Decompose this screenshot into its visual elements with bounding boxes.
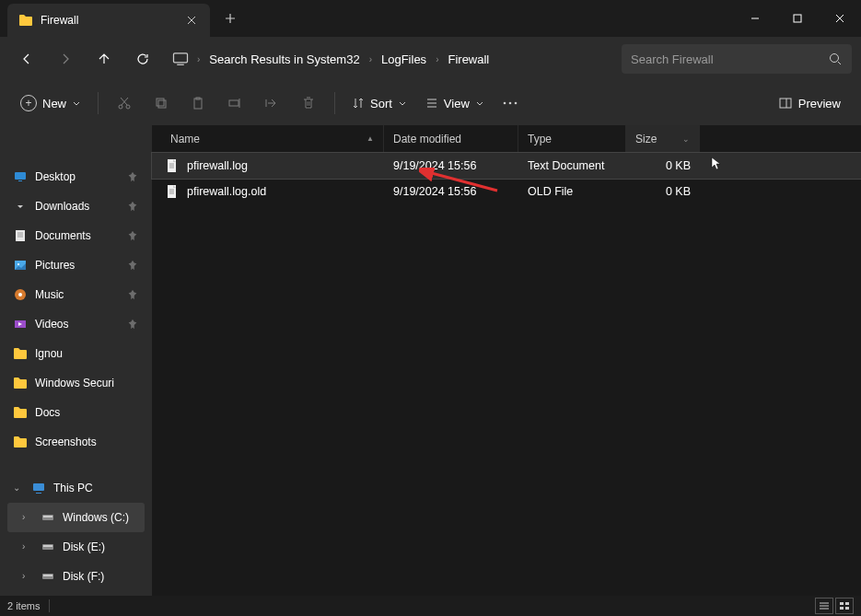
preview-button[interactable]: Preview: [771, 88, 848, 118]
view-button[interactable]: View: [418, 88, 492, 118]
svg-point-12: [515, 102, 518, 105]
chevron-right-icon: ›: [369, 54, 372, 64]
sidebar-item-music[interactable]: Music: [7, 280, 145, 309]
sidebar-item-docs[interactable]: Docs: [7, 398, 145, 427]
download-icon: [13, 199, 28, 214]
file-icon: [165, 158, 180, 173]
chevron-down-icon: [72, 99, 81, 108]
sidebar-item-drive[interactable]: ›Windows (C:): [7, 503, 145, 532]
folder-icon: [13, 376, 28, 390]
breadcrumb-segment[interactable]: Search Results in System32: [204, 49, 365, 70]
rename-button[interactable]: [218, 88, 251, 118]
file-row[interactable]: pfirewall.log.old 9/19/2024 15:56 OLD Fi…: [152, 179, 861, 204]
sidebar-item-label: Windows (C:): [63, 511, 139, 524]
pc-icon: [31, 481, 46, 495]
svg-point-3: [119, 105, 122, 109]
sidebar-item-desktop[interactable]: Desktop: [7, 162, 145, 192]
sidebar-item-pictures[interactable]: Pictures: [7, 250, 145, 280]
delete-button[interactable]: [292, 88, 325, 118]
drive-icon: [41, 510, 55, 525]
svg-rect-16: [16, 230, 25, 241]
up-button[interactable]: [87, 42, 122, 76]
file-size: 0 KB: [626, 159, 700, 172]
chevron-right-icon: ›: [22, 541, 33, 552]
refresh-button[interactable]: [125, 42, 160, 76]
drive-icon: [41, 569, 55, 584]
sidebar-item-label: Disk (F:): [63, 570, 139, 583]
column-size[interactable]: Size⌄: [626, 125, 700, 152]
sidebar: DesktopDownloadsDocumentsPicturesMusicVi…: [0, 125, 152, 596]
file-list: pfirewall.log 9/19/2024 15:56 Text Docum…: [152, 153, 861, 596]
file-name: pfirewall.log.old: [187, 185, 266, 198]
column-name[interactable]: Name▲: [152, 125, 384, 152]
search-input[interactable]: [631, 52, 828, 66]
column-type[interactable]: Type: [518, 125, 626, 152]
sidebar-item-downloads[interactable]: Downloads: [7, 192, 145, 221]
sidebar-item-documents[interactable]: Documents: [7, 221, 145, 250]
item-count: 2 items: [7, 600, 40, 611]
svg-rect-9: [229, 100, 239, 106]
document-icon: [13, 228, 28, 243]
new-tab-button[interactable]: [214, 2, 247, 35]
forward-button[interactable]: [48, 42, 83, 76]
more-button[interactable]: [495, 88, 525, 118]
svg-rect-1: [174, 53, 188, 63]
chevron-down-icon: [475, 99, 484, 108]
chevron-down-icon: [398, 99, 407, 108]
svg-rect-32: [845, 602, 849, 605]
svg-rect-0: [794, 15, 801, 22]
breadcrumb[interactable]: › Search Results in System32 › LogFiles …: [171, 44, 611, 74]
copy-button[interactable]: [145, 88, 178, 118]
pin-icon: [126, 259, 139, 272]
folder-icon: [13, 346, 28, 361]
sidebar-item-label: Disk (E:): [63, 540, 139, 553]
pin-icon: [126, 229, 139, 242]
share-button[interactable]: [255, 88, 288, 118]
breadcrumb-segment[interactable]: LogFiles: [376, 49, 432, 70]
sort-button[interactable]: Sort: [344, 88, 414, 118]
new-button[interactable]: + New: [13, 88, 88, 118]
sort-icon: [352, 97, 365, 110]
folder-icon: [18, 13, 33, 28]
minimize-button[interactable]: [734, 0, 776, 37]
chevron-right-icon: ›: [22, 571, 33, 582]
sidebar-item-drive[interactable]: ›Disk (E:): [7, 532, 145, 562]
folder-icon: [13, 435, 28, 449]
chevron-down-icon: ⌄: [682, 134, 690, 144]
maximize-button[interactable]: [776, 0, 819, 37]
breadcrumb-segment[interactable]: Firewall: [442, 49, 494, 70]
main-area: DesktopDownloadsDocumentsPicturesMusicVi…: [0, 125, 861, 596]
svg-rect-34: [845, 607, 849, 610]
chevron-right-icon: ›: [22, 512, 33, 523]
back-button[interactable]: [9, 42, 44, 76]
pin-icon: [126, 170, 139, 183]
file-icon: [165, 184, 180, 199]
sidebar-item-drive[interactable]: ›Disk (F:): [7, 562, 145, 591]
window-controls: [734, 0, 861, 37]
column-date[interactable]: Date modified: [384, 125, 518, 152]
details-view-toggle[interactable]: [815, 598, 833, 614]
sidebar-item-windows-securi[interactable]: Windows Securi: [7, 368, 145, 398]
column-headers: Name▲ Date modified Type Size⌄: [152, 125, 861, 153]
more-icon: [503, 101, 518, 105]
cut-button[interactable]: [108, 88, 141, 118]
tab-firewall[interactable]: Firewall: [7, 4, 210, 37]
tab-close-icon[interactable]: [184, 13, 199, 28]
search-box[interactable]: [622, 44, 852, 74]
paste-button[interactable]: [181, 88, 215, 118]
picture-icon: [13, 258, 28, 273]
sidebar-item-videos[interactable]: Videos: [7, 309, 145, 339]
chevron-right-icon: ›: [197, 54, 200, 64]
drive-icon: [41, 540, 55, 554]
sidebar-item-this-pc[interactable]: ⌄This PC: [7, 473, 145, 503]
sidebar-item-ignou[interactable]: Ignou: [7, 339, 145, 368]
icons-view-toggle[interactable]: [835, 598, 854, 614]
file-date: 9/19/2024 15:56: [384, 159, 518, 172]
close-button[interactable]: [819, 0, 861, 37]
sort-indicator-icon: ▲: [367, 134, 374, 143]
toolbar: + New Sort View Preview: [0, 81, 861, 125]
sidebar-item-label: Pictures: [35, 259, 119, 272]
titlebar: Firewall: [0, 0, 861, 37]
sidebar-item-screenshots[interactable]: Screenshots: [7, 427, 145, 457]
file-row[interactable]: pfirewall.log 9/19/2024 15:56 Text Docum…: [152, 153, 861, 179]
